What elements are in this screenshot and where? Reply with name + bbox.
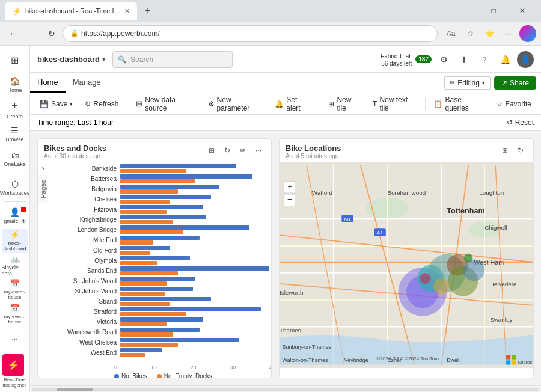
new-tab-button[interactable]: +: [139, 2, 156, 19]
bar-label: Bankside: [54, 165, 120, 172]
new-parameter-icon: ⚙: [208, 100, 215, 108]
sidebar-workspaces-label: Workspaces: [0, 190, 29, 196]
read-mode-button[interactable]: Aa: [442, 25, 459, 42]
sidebar-item-onelake[interactable]: 🗂 OneLake: [2, 147, 28, 170]
bar-label: St. John's Wood: [54, 278, 120, 284]
sidebar-more-button[interactable]: ···: [2, 327, 28, 351]
refresh-label: Refresh: [93, 100, 118, 108]
favorite-button[interactable]: ☆ Favorite: [492, 96, 536, 112]
bar-orange: [120, 179, 195, 183]
app-title-chevron[interactable]: ▾: [102, 56, 105, 63]
url-bar[interactable]: 🔒 https://app.powerbi.com/: [63, 25, 438, 42]
minimize-button[interactable]: ─: [451, 0, 478, 22]
ms-logo-r1: [506, 355, 510, 359]
tab-close-icon[interactable]: ✕: [124, 7, 130, 15]
editing-button[interactable]: ✏ Editing ▾: [444, 76, 491, 90]
sidebar-event-label-2: my-event-house: [4, 314, 26, 325]
map-chart-subtitle: As of 5 minutes ago: [286, 153, 341, 159]
bar-orange: [120, 322, 167, 326]
bar-chart-row: West Chelsea: [54, 338, 269, 347]
sidebar-item-user[interactable]: 👤 gmalc_rti: [2, 204, 28, 228]
bar-label: Stratford: [54, 308, 120, 315]
sidebar-item-event-house-1[interactable]: 📅 my-event-house: [2, 278, 28, 302]
bar-chart-row: Fitzrovia: [54, 205, 269, 214]
profile-button[interactable]: [519, 25, 536, 42]
scroll-thumb[interactable]: [57, 388, 93, 391]
sidebar-item-event-house-2[interactable]: 📅 my-event-house: [2, 302, 28, 326]
sidebar-item-bicycle-data[interactable]: 🚲 Bicycle-data: [2, 254, 28, 277]
bar-chart-row: London Bridge: [54, 225, 269, 234]
bar-blue: [120, 338, 239, 342]
bar-orange: [120, 169, 186, 173]
sidebar-item-create[interactable]: + Create: [2, 98, 28, 121]
new-data-source-button[interactable]: ⊞ New data source: [131, 96, 200, 112]
active-tab[interactable]: ⚡ bikes-dashboard - Real-Time Inte... ✕: [5, 2, 137, 20]
reset-button[interactable]: ↺ Reset: [507, 118, 534, 127]
bar-group: [120, 174, 269, 183]
chart-refresh[interactable]: ↻: [221, 144, 234, 157]
lock-icon: 🔒: [70, 29, 79, 37]
settings-button[interactable]: ⚙: [435, 51, 452, 68]
legend-no-bikes: No_Bikes: [114, 373, 147, 378]
map-view-toggle[interactable]: ⊞: [498, 144, 512, 157]
bar-chart-row: St. John's Wood: [54, 277, 269, 286]
tab-manage[interactable]: Manage: [66, 73, 108, 93]
tab-home[interactable]: Home: [30, 73, 66, 93]
editing-share-area: ✏ Editing ▾ ↗ Share: [444, 76, 541, 90]
bar-blue: [120, 225, 249, 230]
sidebar-item-dashboard[interactable]: ⚡ bikes-dashboard: [2, 229, 28, 253]
map-refresh[interactable]: ↻: [514, 144, 527, 157]
sidebar-item-home[interactable]: 🏠 Home: [2, 73, 28, 97]
horizontal-scrollbar[interactable]: [30, 385, 541, 392]
bar-blue: [120, 236, 200, 240]
share-button[interactable]: ↗ Share: [494, 76, 536, 90]
map-label-thames: Thames: [280, 327, 301, 334]
bar-blue: [120, 266, 269, 271]
browser-menu-button[interactable]: ···: [500, 25, 517, 42]
tab-nav: Home Manage: [30, 73, 108, 93]
legend-no-empty-docks: No_Empty_Docks: [157, 373, 212, 378]
user-avatar[interactable]: 👤: [517, 51, 534, 68]
tab-bar: ⚡ bikes-dashboard - Real-Time Inte... ✕ …: [0, 0, 541, 22]
sidebar-item-apps[interactable]: ⊞: [2, 49, 28, 72]
set-alert-button[interactable]: 🔔 Set alert: [270, 96, 316, 112]
bar-group: [120, 307, 269, 316]
new-parameter-button[interactable]: ⚙ New parameter: [203, 96, 268, 112]
bar-chart-row: Chelsea: [54, 195, 269, 204]
pages-up-arrow[interactable]: ›: [38, 162, 48, 175]
reload-button[interactable]: ↻: [43, 25, 60, 42]
collections-button[interactable]: ⭐: [481, 25, 498, 42]
maximize-button[interactable]: □: [480, 0, 507, 22]
chart-edit[interactable]: ✏: [236, 144, 249, 157]
new-text-tile-button[interactable]: T New text tile: [368, 96, 421, 112]
back-button[interactable]: ←: [5, 25, 22, 42]
bar-group: [120, 266, 269, 275]
editing-dropdown-arrow[interactable]: ▾: [482, 80, 485, 86]
new-tile-button[interactable]: ⊞ New tile: [323, 96, 365, 112]
sidebar-item-workspaces[interactable]: ⬡ Workspaces: [2, 176, 28, 199]
notifications-button[interactable]: 🔔: [497, 51, 513, 68]
sidebar-item-browse[interactable]: ☰ Browse: [2, 123, 28, 146]
realtime-intelligence-icon[interactable]: ⚡ Real-Time Intelligence: [0, 352, 29, 390]
close-button[interactable]: ✕: [509, 0, 536, 22]
search-box[interactable]: 🔍 Search: [112, 51, 233, 68]
bar-blue: [120, 328, 200, 332]
forward-button[interactable]: →: [24, 25, 41, 42]
onelake-icon: 🗂: [11, 150, 19, 160]
chart-more[interactable]: ···: [252, 144, 265, 157]
dashboard-area: Bikes and Docks As of 30 minutes ago ⊞ ↻…: [30, 131, 541, 385]
refresh-button[interactable]: ↻ Refresh: [80, 96, 123, 112]
user-icon: 👤: [10, 207, 20, 217]
help-button[interactable]: ?: [476, 51, 493, 68]
save-dropdown[interactable]: ▾: [70, 101, 73, 107]
map-label-veybridge: Veybridge: [344, 357, 368, 363]
download-button[interactable]: ⬇: [456, 51, 472, 68]
chart-view-toggle[interactable]: ⊞: [205, 144, 218, 157]
pages-tab[interactable]: Pages: [38, 175, 48, 203]
favorites-button[interactable]: ☆: [462, 25, 478, 42]
ms-logo-r2: [512, 355, 516, 359]
fabric-trial-info: Fabric Trial: 56 days left: [381, 52, 412, 67]
base-queries-button[interactable]: 📋 Base queries: [429, 96, 489, 112]
workspaces-icon: ⬡: [11, 179, 19, 189]
save-button[interactable]: 💾 Save ▾: [35, 96, 78, 112]
